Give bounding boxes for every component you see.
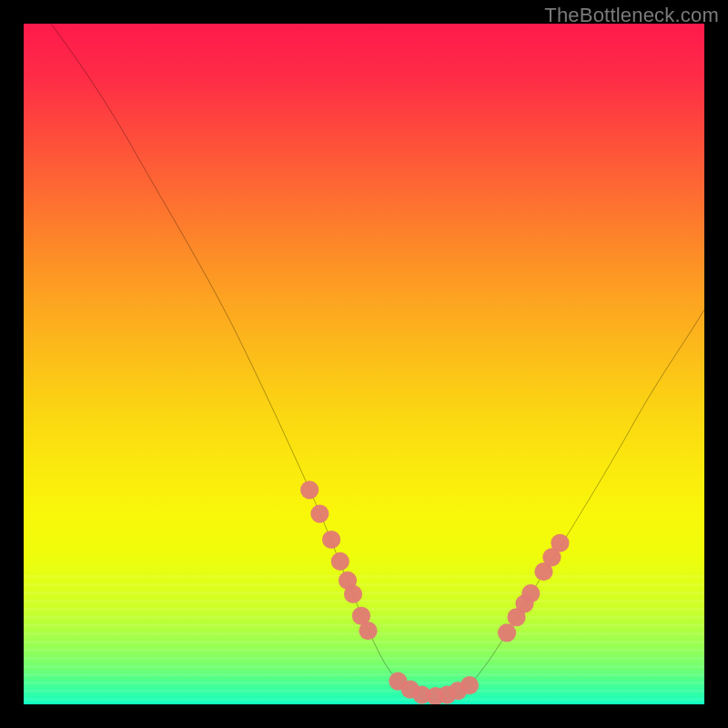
outer-black-frame [0,0,728,728]
